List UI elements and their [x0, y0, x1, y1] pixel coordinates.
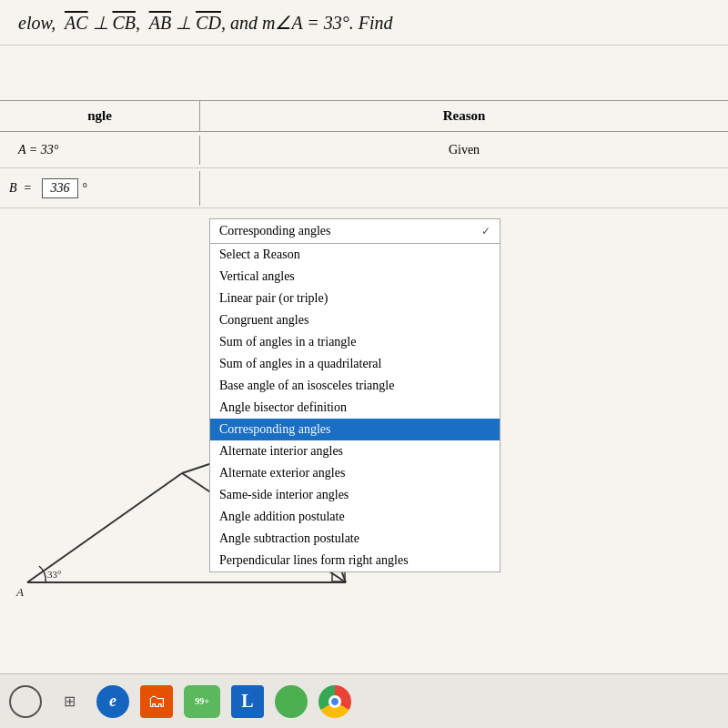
- vertex-a-label: A: [15, 585, 24, 599]
- start-button[interactable]: [9, 685, 42, 718]
- angle-cell-1: A = 33°: [0, 136, 200, 165]
- content-area: elow, AC ⊥ CB, AB ⊥ CD, and m∠A = 33°. F…: [0, 0, 728, 673]
- dropdown-item-select-reason[interactable]: Select a Reason: [210, 244, 500, 266]
- green-app-icon[interactable]: [275, 685, 308, 718]
- dropdown-item-alt-exterior[interactable]: Alternate exterior angles: [210, 462, 500, 484]
- task-view-button[interactable]: ⊞: [53, 685, 86, 718]
- reason-column-header: Reason: [200, 101, 728, 131]
- screen: elow, AC ⊥ CB, AB ⊥ CD, and m∠A = 33°. F…: [0, 0, 728, 728]
- angle-cell-2: B = 336 °: [0, 171, 200, 206]
- dropdown-item-same-side[interactable]: Same-side interior angles: [210, 484, 500, 506]
- dropdown-item-perp[interactable]: Perpendicular lines form right angles: [210, 550, 500, 571]
- dropdown-item-linear[interactable]: Linear pair (or triple): [210, 288, 500, 309]
- problem-text: elow, AC ⊥ CB, AB ⊥ CD, and m∠A = 33°. F…: [18, 12, 393, 34]
- dropdown-item-alt-interior[interactable]: Alternate interior angles: [210, 440, 500, 462]
- top-header: elow, AC ⊥ CB, AB ⊥ CD, and m∠A = 33°. F…: [0, 0, 728, 46]
- dropdown-selected-label: Corresponding angles: [219, 224, 330, 238]
- dropdown-item-bisector[interactable]: Angle bisector definition: [210, 397, 500, 419]
- file-explorer-icon[interactable]: 🗂: [140, 685, 173, 718]
- reason-cell-2: [200, 181, 728, 196]
- lexia-app-icon[interactable]: L: [231, 685, 264, 718]
- taskbar: ⊞ e 🗂 99+ L: [0, 673, 728, 728]
- dropdown-item-angle-add[interactable]: Angle addition postulate: [210, 506, 500, 528]
- table-header-row: ngle Reason: [0, 100, 728, 132]
- reason-given: Given: [449, 143, 480, 157]
- table-row: A = 33° Given: [0, 132, 728, 168]
- dropdown-item-sum-quad[interactable]: Sum of angles in a quadrilateral: [210, 353, 500, 375]
- angle-label-b: B =: [9, 181, 38, 196]
- angle-column-header: ngle: [0, 101, 200, 131]
- table-row-2: B = 336 °: [0, 168, 728, 208]
- notification-icon[interactable]: 99+: [184, 685, 220, 718]
- dropdown-list: Select a Reason Vertical angles Linear p…: [209, 244, 500, 572]
- edge-browser-icon[interactable]: e: [96, 685, 129, 718]
- dropdown-item-sum-triangle[interactable]: Sum of angles in a triangle: [210, 331, 500, 353]
- angle-value-1: A = 33°: [18, 143, 58, 157]
- dropdown-item-congruent[interactable]: Congruent angles: [210, 309, 500, 331]
- chevron-down-icon: ✓: [481, 225, 490, 238]
- dropdown-item-corresponding[interactable]: Corresponding angles: [210, 419, 500, 440]
- dropdown-selected[interactable]: Corresponding angles ✓: [209, 218, 500, 244]
- chrome-icon[interactable]: [318, 685, 351, 718]
- dropdown-item-angle-sub[interactable]: Angle subtraction postulate: [210, 528, 500, 550]
- proof-table: ngle Reason A = 33° Given B = 336 °: [0, 100, 728, 208]
- reason-cell-1: Given: [200, 136, 728, 165]
- degree-symbol: °: [82, 181, 87, 196]
- svg-line-0: [27, 473, 182, 582]
- angle-input-box[interactable]: 336: [42, 178, 78, 198]
- angle-33-label: 33°: [47, 569, 61, 580]
- reason-dropdown-container[interactable]: Corresponding angles ✓ Select a Reason V…: [209, 218, 500, 572]
- dropdown-item-base-angle[interactable]: Base angle of an isosceles triangle: [210, 375, 500, 397]
- dropdown-item-vertical[interactable]: Vertical angles: [210, 266, 500, 288]
